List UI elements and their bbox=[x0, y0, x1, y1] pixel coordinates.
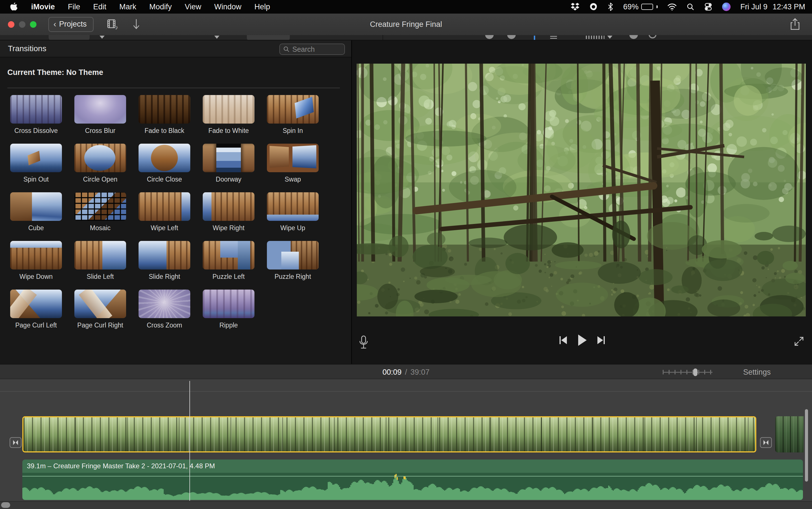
partial-equalizer-icon bbox=[586, 36, 604, 39]
transition-item[interactable]: Page Curl Right bbox=[68, 290, 132, 329]
menu-app-name[interactable]: iMovie bbox=[31, 3, 55, 11]
transition-item[interactable]: Doorway bbox=[197, 144, 261, 183]
transition-thumbnail-fade-white[interactable] bbox=[203, 95, 254, 124]
transition-item[interactable]: Ripple bbox=[197, 290, 261, 329]
transition-item[interactable]: Wipe Down bbox=[4, 241, 68, 280]
menu-window[interactable]: Window bbox=[214, 3, 242, 11]
transition-item[interactable]: Puzzle Left bbox=[197, 241, 261, 280]
wifi-icon[interactable] bbox=[667, 3, 677, 11]
audio-gain-line[interactable] bbox=[22, 476, 803, 476]
media-library-icon[interactable]: ♪ bbox=[107, 19, 119, 30]
transition-item[interactable]: Slide Left bbox=[68, 241, 132, 280]
play-button[interactable] bbox=[577, 334, 587, 346]
transition-slot-start[interactable] bbox=[10, 437, 22, 448]
siri-icon[interactable] bbox=[722, 3, 731, 11]
video-clip-next[interactable] bbox=[775, 416, 804, 452]
transition-item[interactable]: Page Curl Left bbox=[4, 290, 68, 329]
menu-mark[interactable]: Mark bbox=[119, 3, 136, 11]
timeline-zoom-slider[interactable] bbox=[663, 369, 712, 376]
transition-thumbnail-page-curl-left[interactable] bbox=[10, 290, 62, 318]
transition-item[interactable]: Cube bbox=[4, 192, 68, 232]
battery-icon bbox=[641, 4, 653, 10]
transition-thumbnail-puzzle-right[interactable] bbox=[267, 241, 319, 270]
transition-thumbnail-wipe-up[interactable] bbox=[267, 192, 319, 221]
timeline-horizontal-scrollbar-thumb[interactable] bbox=[1, 502, 10, 508]
transition-thumbnail-cross-zoom[interactable] bbox=[139, 290, 190, 318]
transition-thumbnail-fade-black[interactable] bbox=[139, 95, 190, 124]
antivirus-icon[interactable] bbox=[589, 3, 598, 11]
timeline-area[interactable]: 39.1m – Creature Fringe Master Take 2 - … bbox=[0, 379, 812, 509]
transition-thumbnail-spin-in[interactable] bbox=[267, 95, 319, 124]
voiceover-mic-icon[interactable] bbox=[359, 335, 368, 350]
zoom-window-button[interactable] bbox=[30, 21, 36, 28]
transition-item[interactable]: Wipe Left bbox=[132, 192, 197, 232]
timeline-vertical-scrollbar[interactable] bbox=[805, 409, 808, 482]
battery-indicator[interactable]: 69% bbox=[623, 3, 658, 11]
transition-item[interactable]: Swap bbox=[261, 144, 325, 183]
transition-thumbnail-spin-out[interactable] bbox=[10, 144, 62, 172]
transition-item[interactable]: Cross Dissolve bbox=[4, 95, 68, 135]
transition-label: Spin In bbox=[283, 127, 303, 135]
video-preview[interactable] bbox=[357, 64, 806, 316]
menu-bar: iMovie File Edit Mark Modify View Window… bbox=[0, 0, 812, 13]
transition-item[interactable]: Cross Blur bbox=[68, 95, 132, 135]
menu-view[interactable]: View bbox=[185, 3, 201, 11]
spotlight-search-icon[interactable] bbox=[686, 3, 694, 11]
transition-thumbnail-circle-close[interactable] bbox=[139, 144, 190, 172]
menu-edit[interactable]: Edit bbox=[93, 3, 107, 11]
transition-thumbnail-wipe-left[interactable] bbox=[139, 192, 190, 221]
fullscreen-icon[interactable] bbox=[793, 336, 805, 347]
transition-slot-end[interactable] bbox=[760, 437, 772, 448]
current-time: 00:09 bbox=[383, 368, 402, 377]
share-icon[interactable] bbox=[789, 18, 801, 31]
timeline-horizontal-scrollbar-track[interactable] bbox=[0, 501, 812, 509]
transition-thumbnail-cross-blur[interactable] bbox=[74, 95, 126, 124]
menu-modify[interactable]: Modify bbox=[149, 3, 172, 11]
menu-file[interactable]: File bbox=[68, 3, 80, 11]
transition-item[interactable]: Cross Zoom bbox=[132, 290, 197, 329]
menu-help[interactable]: Help bbox=[254, 3, 270, 11]
transition-item[interactable]: Wipe Up bbox=[261, 192, 325, 232]
search-input[interactable]: Search bbox=[279, 43, 345, 55]
minimize-window-button[interactable] bbox=[19, 21, 26, 28]
transition-thumbnail-puzzle-left[interactable] bbox=[203, 241, 254, 270]
projects-back-button[interactable]: ‹ Projects bbox=[48, 17, 94, 32]
transition-thumbnail-cube[interactable] bbox=[10, 192, 62, 221]
transition-item[interactable]: Circle Open bbox=[68, 144, 132, 183]
transition-item[interactable]: Circle Close bbox=[132, 144, 197, 183]
skip-back-button[interactable] bbox=[559, 335, 567, 346]
transition-item[interactable]: Wipe Right bbox=[197, 192, 261, 232]
transition-thumbnail-mosaic[interactable] bbox=[74, 192, 126, 221]
transition-item[interactable]: Puzzle Right bbox=[261, 241, 325, 280]
transition-thumbnail-swap[interactable] bbox=[267, 144, 319, 172]
audio-clip[interactable]: 39.1m – Creature Fringe Master Take 2 - … bbox=[22, 460, 803, 500]
transition-thumbnail-circle-open[interactable] bbox=[74, 144, 126, 172]
transition-label: Puzzle Right bbox=[275, 273, 311, 280]
transition-thumbnail-wipe-right[interactable] bbox=[203, 192, 254, 221]
transition-item[interactable]: Slide Right bbox=[132, 241, 197, 280]
transition-thumbnail-doorway[interactable] bbox=[203, 144, 254, 172]
menu-clock[interactable]: Fri Jul 9 12:43 PM bbox=[740, 3, 805, 11]
transition-item[interactable]: Spin Out bbox=[4, 144, 68, 183]
transition-thumbnail-cross-dissolve[interactable] bbox=[10, 95, 62, 124]
transition-thumbnail-slide-left[interactable] bbox=[74, 241, 126, 270]
bluetooth-icon[interactable] bbox=[607, 2, 613, 11]
control-center-icon[interactable] bbox=[704, 3, 712, 11]
zoom-slider-thumb[interactable] bbox=[693, 369, 698, 376]
transition-item[interactable]: Fade to White bbox=[197, 95, 261, 135]
import-media-icon[interactable] bbox=[132, 19, 141, 30]
transition-thumbnail-wipe-down[interactable] bbox=[10, 241, 62, 270]
transition-item[interactable]: Fade to Black bbox=[132, 95, 197, 135]
video-clip-selected[interactable] bbox=[22, 416, 756, 452]
transition-thumbnail-page-curl-right[interactable] bbox=[74, 290, 126, 318]
transition-thumbnail-slide-right[interactable] bbox=[139, 241, 190, 270]
timeline-settings-button[interactable]: Settings bbox=[743, 368, 771, 377]
skip-forward-button[interactable] bbox=[597, 335, 605, 346]
transition-item[interactable]: Spin In bbox=[261, 95, 325, 135]
dropbox-icon[interactable] bbox=[570, 3, 579, 11]
transition-thumbnail-ripple[interactable] bbox=[203, 290, 254, 318]
apple-menu-icon[interactable] bbox=[10, 2, 18, 11]
transition-item[interactable]: Mosaic bbox=[68, 192, 132, 232]
playhead[interactable] bbox=[189, 381, 190, 501]
close-window-button[interactable] bbox=[8, 21, 14, 28]
